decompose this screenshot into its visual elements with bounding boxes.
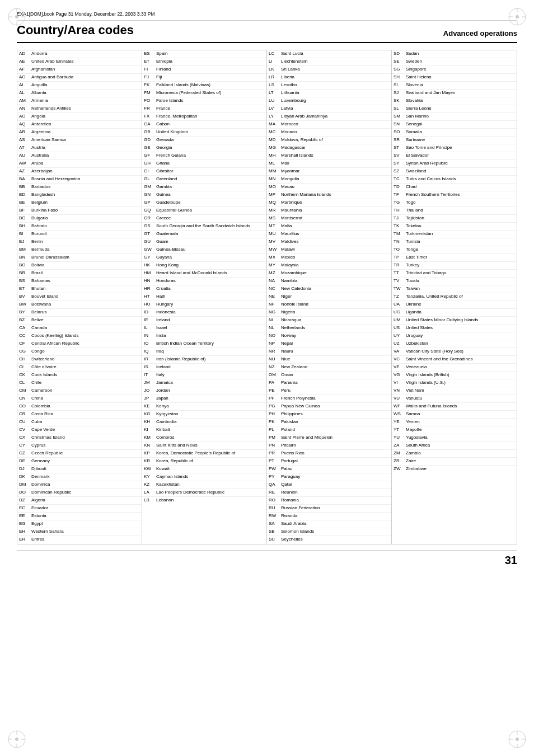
table-row: LYLibyan Arab Jamahiriya xyxy=(267,113,391,121)
country-name: Dominican Republic xyxy=(31,490,71,495)
table-row: MNMongolia xyxy=(267,176,391,184)
country-code: DM xyxy=(19,482,31,487)
table-row: ETEthiopia xyxy=(142,58,266,66)
table-row: DZAlgeria xyxy=(17,497,142,505)
country-code: IQ xyxy=(144,349,156,354)
country-code: PF xyxy=(269,396,281,401)
country-code: RW xyxy=(269,513,281,518)
country-name: Taiwan xyxy=(406,286,420,292)
country-code: GP xyxy=(144,200,156,205)
country-code: GT xyxy=(144,231,156,236)
country-code: PE xyxy=(269,388,281,393)
country-name: Cook Islands xyxy=(31,372,57,378)
country-name: Vanuatu xyxy=(406,396,422,401)
country-name: Djibouti xyxy=(31,466,46,472)
country-code: LS xyxy=(269,82,281,87)
country-name: Dominica xyxy=(31,482,50,487)
table-row: NCNew Caledonia xyxy=(267,285,391,293)
country-code: AL xyxy=(19,90,31,95)
table-row: NRNauru xyxy=(267,348,391,356)
country-name: Guyana xyxy=(156,255,172,260)
country-code: RE xyxy=(269,490,281,495)
country-code: SK xyxy=(394,98,406,103)
country-name: Tuvalu xyxy=(406,278,419,284)
country-name: New Zealand xyxy=(281,364,307,370)
table-row: SDSudan xyxy=(392,50,517,58)
table-row: ISIceland xyxy=(142,364,266,372)
table-row: MXMexico xyxy=(267,254,391,262)
table-row: ILIsrael xyxy=(142,325,266,332)
table-row: ITItaly xyxy=(142,372,266,379)
table-row: AIAnguilla xyxy=(17,82,142,90)
table-row: TZTanzania, United Republic of xyxy=(392,293,517,301)
country-code: MX xyxy=(269,255,281,260)
country-code: EH xyxy=(19,529,31,534)
table-row: VAVatican City State (Holy See) xyxy=(392,348,517,356)
country-name: Madagascar xyxy=(281,145,306,151)
country-code: LB xyxy=(144,497,156,503)
table-row: MQMartinique xyxy=(267,199,391,207)
country-name: Guinea xyxy=(156,192,171,198)
country-code: CU xyxy=(19,419,31,424)
country-name: Namibia xyxy=(281,278,297,284)
country-name: Iran (Islamic Republic of) xyxy=(156,356,205,362)
table-row: ECEcuador xyxy=(17,505,142,513)
page-title: Country/Area codes xyxy=(17,23,134,37)
country-code: AM xyxy=(19,98,31,103)
country-name: Bahamas xyxy=(31,278,50,284)
table-row: TDChad xyxy=(392,184,517,191)
country-code: PA xyxy=(269,380,281,385)
country-code: SM xyxy=(394,114,406,119)
country-name: Qatar xyxy=(281,482,292,487)
country-name: Saudi Arabia xyxy=(281,521,306,527)
country-code: FR xyxy=(144,106,156,111)
country-code: CC xyxy=(19,333,31,338)
table-row: USUnited States xyxy=(392,325,517,332)
table-row: BNBrunei Darussalam xyxy=(17,254,142,262)
column-1: ESSpainETEthiopiaFIFinlandFJFijiFKFalkla… xyxy=(142,50,267,544)
country-name: Luxembourg xyxy=(281,98,306,104)
country-code: BS xyxy=(19,278,31,283)
country-code: TR xyxy=(394,262,406,267)
country-name: Marshall Islands xyxy=(281,153,313,158)
country-code: SY xyxy=(394,161,406,166)
table-row: GAGabon xyxy=(142,121,266,129)
country-name: Falkland Islands (Malvinas) xyxy=(156,82,210,88)
country-name: Afghanistan xyxy=(31,67,55,72)
table-row: GMGambia xyxy=(142,184,266,191)
country-name: Ecuador xyxy=(31,505,48,511)
country-code: TW xyxy=(394,286,406,291)
country-code: MQ xyxy=(269,200,281,205)
table-row: KRKorea, Republic of xyxy=(142,458,266,466)
table-row: LRLiberia xyxy=(267,74,391,82)
country-code: LV xyxy=(269,106,281,111)
country-name: Malaysia xyxy=(281,262,299,268)
table-row: CHSwitzerland xyxy=(17,356,142,364)
table-row: ZMZambia xyxy=(392,450,517,458)
table-row: AFAfghanistan xyxy=(17,66,142,74)
table-row: FJFiji xyxy=(142,74,266,82)
country-code: BE xyxy=(19,200,31,205)
country-name: Saint Lucia xyxy=(281,51,303,57)
country-name: Lebanon xyxy=(156,497,174,503)
table-row: BIBurundi xyxy=(17,231,142,238)
country-name: Kiribati xyxy=(156,427,170,433)
country-code: GY xyxy=(144,255,156,260)
country-code: AT xyxy=(19,145,31,150)
table-row: AOAngola xyxy=(17,113,142,121)
page-number: 31 xyxy=(505,554,517,567)
table-row: SLSierra Leone xyxy=(392,105,517,113)
country-name: Heard Island and McDonald Islands xyxy=(156,270,227,276)
country-name: Brazil xyxy=(31,270,43,276)
country-code: ZW xyxy=(394,466,406,471)
country-code: HT xyxy=(144,294,156,299)
country-code: FI xyxy=(144,67,156,72)
country-name: Algeria xyxy=(31,497,45,503)
table-row: UGUganda xyxy=(392,309,517,317)
country-name: Tunisia xyxy=(406,239,420,245)
svg-point-13 xyxy=(15,738,18,741)
country-code: AQ xyxy=(19,121,31,126)
country-name: Netherlands Antilles xyxy=(31,106,71,111)
country-code: DE xyxy=(19,458,31,463)
country-name: France xyxy=(156,106,170,111)
